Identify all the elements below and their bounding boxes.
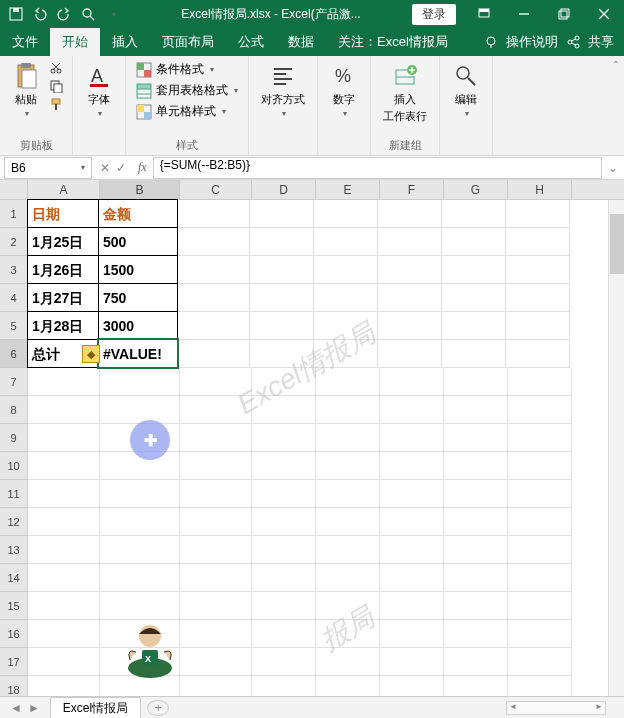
cell[interactable] [316,536,380,564]
cell[interactable]: 1月27日 [27,283,99,312]
column-header[interactable]: D [252,180,316,199]
cell[interactable] [28,452,100,480]
row-header[interactable]: 1 [0,200,28,228]
cell[interactable]: 金额 [98,199,178,228]
cell[interactable] [380,564,444,592]
cell[interactable] [508,424,572,452]
cell[interactable] [250,256,314,284]
formula-input[interactable]: {=SUM(--B2:B5)} [153,157,602,179]
cell[interactable] [178,228,250,256]
cell[interactable] [316,564,380,592]
row-header[interactable]: 17 [0,648,28,676]
row-header[interactable]: 3 [0,256,28,284]
lightbulb-icon[interactable] [484,35,498,49]
cell[interactable]: 1月28日 [27,311,99,340]
number-button[interactable]: %数字▾ [326,60,362,120]
cell[interactable] [508,564,572,592]
cell[interactable] [28,508,100,536]
sheet-tab[interactable]: Excel情报局 [50,697,141,719]
cell[interactable] [442,228,506,256]
cell[interactable] [180,592,252,620]
cell[interactable] [442,256,506,284]
cut-icon[interactable] [48,60,64,76]
cell[interactable] [250,228,314,256]
cell[interactable] [28,676,100,696]
row-header[interactable]: 14 [0,564,28,592]
cell[interactable] [316,452,380,480]
cell[interactable] [378,312,442,340]
cell[interactable] [508,648,572,676]
cell[interactable] [444,452,508,480]
cell[interactable] [252,452,316,480]
row-header[interactable]: 18 [0,676,28,696]
cell[interactable] [180,508,252,536]
cell[interactable] [380,452,444,480]
tab-page-layout[interactable]: 页面布局 [150,28,226,56]
cell[interactable] [506,200,570,228]
cell[interactable] [314,228,378,256]
cell[interactable] [442,284,506,312]
cell[interactable] [28,368,100,396]
cell[interactable] [100,396,180,424]
cell[interactable] [316,648,380,676]
close-icon[interactable] [584,0,624,28]
cell[interactable] [444,536,508,564]
cell[interactable] [378,340,442,368]
column-header[interactable]: F [380,180,444,199]
cell[interactable]: 1月26日 [27,255,99,284]
column-header[interactable]: G [444,180,508,199]
cell[interactable] [252,536,316,564]
cell[interactable] [180,676,252,696]
cell-styles-button[interactable]: 单元格样式▾ [134,102,240,121]
fx-icon[interactable]: fx [132,160,153,175]
cell[interactable] [314,340,378,368]
cell[interactable] [378,228,442,256]
cell[interactable] [380,592,444,620]
cell[interactable] [250,284,314,312]
cell[interactable] [180,424,252,452]
cell[interactable] [100,592,180,620]
cell[interactable] [508,592,572,620]
cell[interactable] [100,564,180,592]
cell[interactable] [508,480,572,508]
cell[interactable] [180,480,252,508]
cell[interactable] [508,368,572,396]
row-header[interactable]: 9 [0,424,28,452]
cell[interactable] [28,592,100,620]
cell[interactable] [508,452,572,480]
qat-dropdown-icon[interactable]: ▾ [106,6,122,22]
column-header[interactable]: A [28,180,100,199]
row-header[interactable]: 7 [0,368,28,396]
cell[interactable] [508,396,572,424]
cell[interactable] [508,536,572,564]
row-header[interactable]: 15 [0,592,28,620]
copy-icon[interactable] [48,78,64,94]
error-smart-tag[interactable]: ◆ [82,345,100,363]
cell[interactable] [180,368,252,396]
cell[interactable] [380,480,444,508]
cell[interactable] [252,396,316,424]
row-header[interactable]: 10 [0,452,28,480]
tab-formulas[interactable]: 公式 [226,28,276,56]
cell[interactable] [252,480,316,508]
cell[interactable]: 1月25日 [27,227,99,256]
cell[interactable] [380,536,444,564]
cell[interactable] [506,228,570,256]
horizontal-scrollbar[interactable] [506,701,606,715]
cell[interactable] [444,396,508,424]
cell[interactable] [314,312,378,340]
row-header[interactable]: 16 [0,620,28,648]
format-painter-icon[interactable] [48,96,64,112]
cell[interactable] [380,508,444,536]
cell[interactable] [100,536,180,564]
select-all-corner[interactable] [0,180,28,199]
cell[interactable] [180,452,252,480]
cell[interactable] [252,648,316,676]
row-header[interactable]: 6 [0,340,28,368]
undo-icon[interactable] [32,6,48,22]
cell[interactable] [378,256,442,284]
tab-data[interactable]: 数据 [276,28,326,56]
cell[interactable] [444,508,508,536]
cell[interactable] [180,536,252,564]
column-header[interactable]: E [316,180,380,199]
